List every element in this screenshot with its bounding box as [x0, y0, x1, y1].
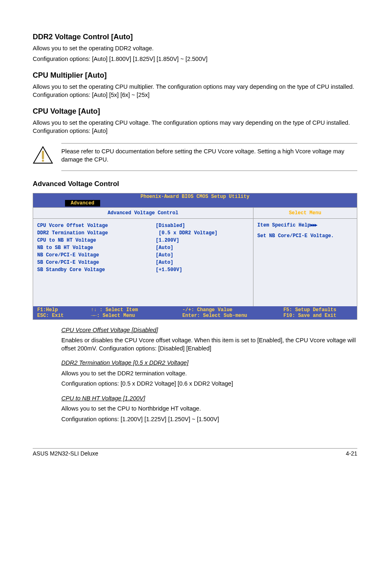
- bios-settings-list: CPU Vcore Offset Voltage[Disabled] DDR2 …: [33, 219, 253, 306]
- sub-text-cpu-nb-ht-a: Allows you to set the CPU to Northbridge…: [61, 405, 357, 413]
- key-select-menu: →←: Select Menu: [91, 313, 182, 319]
- key-f10-save: F10: Save and Exit: [283, 313, 336, 319]
- sub-heading-ddr2-term: DDR2 Termination Voltage [0.5 x DDR2 Vol…: [61, 359, 188, 366]
- setting-nb-sb-ht[interactable]: NB to SB HT Voltage[Auto]: [37, 244, 249, 251]
- sub-text-ddr2-term-a: Allows you to set the DDR2 termination v…: [61, 370, 357, 378]
- arrow-right-icon: ▶▶▶: [310, 222, 317, 228]
- setting-cpu-nb-ht[interactable]: CPU to NB HT Voltage[1.200V]: [37, 237, 249, 244]
- key-esc-exit: ESC: Exit: [37, 313, 91, 319]
- text-cpu-voltage: Allows you to set the operating CPU volt…: [33, 119, 357, 135]
- page-footer: ASUS M2N32-SLI Deluxe 4-21: [33, 448, 357, 457]
- text-cpu-multiplier: Allows you to set the operating CPU mult…: [33, 83, 357, 99]
- sub-heading-vcore-offset: CPU Vcore Offset Voltage [Disabled]: [61, 327, 158, 333]
- heading-cpu-voltage: CPU Voltage [Auto]: [33, 107, 357, 116]
- sub-text-cpu-nb-ht-b: Configuration options: [1.200V] [1.225V]…: [61, 415, 357, 424]
- warning-icon: [33, 146, 53, 164]
- setting-nb-core-pcie[interactable]: NB Core/PCI-E Voltage[Auto]: [37, 251, 249, 259]
- key-select-item: ↑↓ : Select Item: [91, 307, 182, 313]
- bios-help-text: Item Specific Help▶▶▶ Set NB Core/PCI-E …: [253, 219, 357, 242]
- warning-text: Please refer to CPU documentation before…: [61, 148, 357, 164]
- bios-panel: Phoenix-Award BIOS CMOS Setup Utility Ad…: [33, 193, 357, 320]
- footer-page-number: 4-21: [346, 450, 357, 457]
- key-change-value: -/+: Change Value: [182, 307, 283, 313]
- sub-text-ddr2-term-b: Configuration options: [0.5 x DDR2 Volta…: [61, 380, 357, 388]
- sub-heading-cpu-nb-ht: CPU to NB HT Voltage [1.200V]: [61, 395, 145, 402]
- svg-point-2: [42, 160, 44, 162]
- bios-tab-bar: Advanced: [33, 200, 357, 207]
- key-enter-submenu: Enter: Select Sub-menu: [182, 313, 283, 319]
- key-f5-defaults: F5: Setup Defaults: [283, 307, 336, 313]
- key-f1-help: F1:Help: [37, 307, 91, 313]
- setting-sb-standby-core[interactable]: SB Standby Core Voltage[+1.500V]: [37, 266, 249, 274]
- setting-sb-core-pcie[interactable]: SB Core/PCI-E Voltage[Auto]: [37, 259, 249, 266]
- heading-ddr2-voltage: DDR2 Voltage Control [Auto]: [33, 33, 357, 41]
- warning-note: Please refer to CPU documentation before…: [33, 143, 357, 171]
- bios-panel-heading: Advanced Voltage Control: [33, 208, 253, 219]
- bios-help-heading: Select Menu: [253, 208, 357, 219]
- heading-avc: Advanced Voltage Control: [33, 180, 357, 188]
- footer-model: ASUS M2N32-SLI Deluxe: [33, 450, 98, 457]
- setting-ddr2-termination[interactable]: DDR2 Termination Voltage [0.5 x DDR2 Vol…: [37, 229, 249, 237]
- text-ddr2-opts: Configuration options: [Auto] [1.800V] […: [33, 55, 357, 63]
- text-ddr2-desc: Allows you to set the operating DDR2 vol…: [33, 45, 357, 53]
- heading-cpu-multiplier: CPU Multiplier [Auto]: [33, 71, 357, 80]
- tab-advanced[interactable]: Advanced: [65, 200, 100, 206]
- bios-title: Phoenix-Award BIOS CMOS Setup Utility: [33, 193, 357, 200]
- setting-cpu-vcore-offset[interactable]: CPU Vcore Offset Voltage[Disabled]: [37, 222, 249, 229]
- sub-text-vcore-offset: Enables or disables the CPU Vcore offset…: [61, 337, 357, 352]
- bios-footer: F1:HelpESC: Exit ↑↓ : Select Item→←: Sel…: [33, 306, 357, 319]
